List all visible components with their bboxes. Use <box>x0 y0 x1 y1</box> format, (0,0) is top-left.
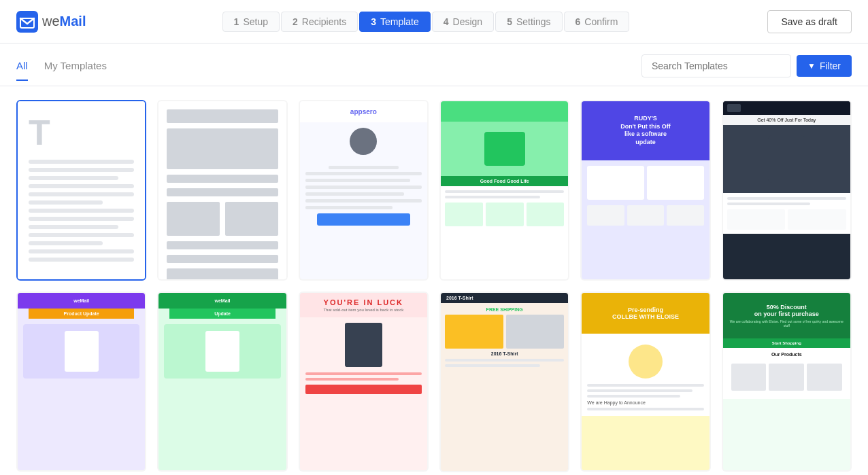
svg-rect-0 <box>16 11 38 33</box>
template-preview: T <box>18 101 145 279</box>
search-filter-area: ▼ Filter <box>641 54 852 86</box>
template-preview <box>158 101 286 279</box>
step-1[interactable]: 1 Setup <box>222 12 280 32</box>
template-preview: appsero <box>300 101 427 279</box>
step-3[interactable]: 3 Template <box>359 12 431 32</box>
step-4[interactable]: 4 Design <box>432 12 494 32</box>
tab-all[interactable]: All <box>16 60 28 81</box>
tab-my-templates[interactable]: My Templates <box>44 60 107 81</box>
top-nav: weMail 1 Setup 2 Recipients 3 Template 4… <box>0 0 868 43</box>
template-card[interactable]: appsero <box>299 100 429 281</box>
search-input[interactable] <box>641 54 791 77</box>
logo[interactable]: weMail <box>16 11 86 33</box>
template-card[interactable]: 2016 T-Shirt FREE SHIPPING 2016 T-Shirt <box>439 292 569 472</box>
step-5[interactable]: 5 Settings <box>495 12 562 32</box>
template-card[interactable]: T <box>16 100 146 281</box>
template-card[interactable]: Get 40% Off Just For Today <box>722 100 852 281</box>
template-preview: weMail Update <box>158 293 286 471</box>
template-preview: Good Food Good Life <box>441 101 568 279</box>
filter-icon: ▼ <box>807 61 816 71</box>
template-preview: 50% Discounton your first purchase We ar… <box>723 293 850 471</box>
template-card[interactable]: YOU'RE IN LUCK That sold-out item you lo… <box>299 292 429 472</box>
step-2[interactable]: 2 Recipients <box>281 12 358 32</box>
template-preview: Pre-sendingCOLLBE WITH ELOISE We are Hap… <box>582 293 709 471</box>
save-draft-button[interactable]: Save as draft <box>767 10 852 33</box>
step-6[interactable]: 6 Confirm <box>564 12 630 32</box>
logo-icon <box>16 11 38 33</box>
template-card[interactable] <box>157 100 287 281</box>
template-preview: Get 40% Off Just For Today <box>723 101 850 279</box>
sub-header: All My Templates ▼ Filter <box>0 43 868 86</box>
template-preview: YOU'RE IN LUCK That sold-out item you lo… <box>300 293 427 471</box>
template-preview: RUDY'SDon't Put this Offlike a softwareu… <box>582 101 709 279</box>
steps-nav: 1 Setup 2 Recipients 3 Template 4 Design… <box>222 12 631 32</box>
template-card[interactable]: weMail Product Update <box>16 292 146 472</box>
logo-text: weMail <box>42 14 86 29</box>
template-card[interactable]: weMail Update <box>157 292 287 472</box>
filter-button[interactable]: ▼ Filter <box>797 55 852 77</box>
template-preview: weMail Product Update <box>18 293 145 471</box>
template-preview: 2016 T-Shirt FREE SHIPPING 2016 T-Shirt <box>441 293 568 471</box>
tabs: All My Templates <box>16 60 107 81</box>
template-card[interactable]: 50% Discounton your first purchase We ar… <box>722 292 852 472</box>
template-card[interactable]: Good Food Good Life <box>439 100 569 281</box>
template-card[interactable]: RUDY'SDon't Put this Offlike a softwareu… <box>580 100 710 281</box>
templates-grid: T <box>0 86 868 473</box>
template-card[interactable]: Pre-sendingCOLLBE WITH ELOISE We are Hap… <box>580 292 710 472</box>
